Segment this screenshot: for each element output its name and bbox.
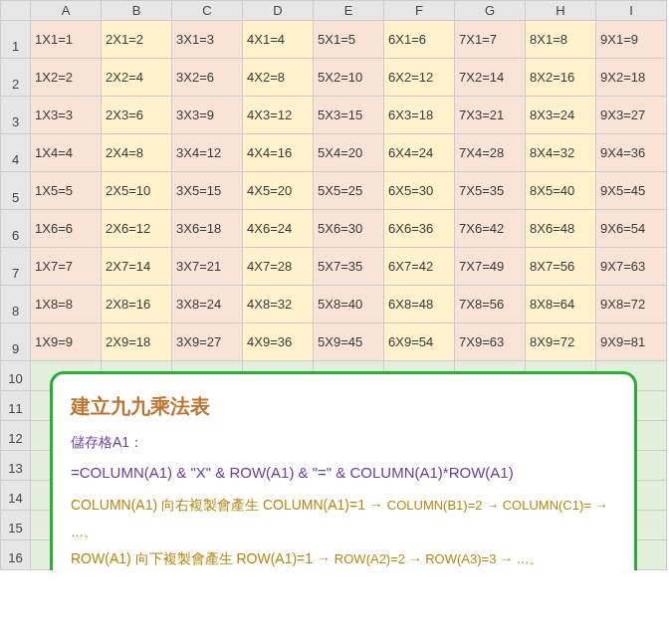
cell-F4[interactable]: 6X4=24	[384, 134, 455, 172]
cell-C7[interactable]: 3X7=21	[172, 248, 243, 286]
cell-D2[interactable]: 4X2=8	[243, 59, 314, 97]
cell-E8[interactable]: 5X8=40	[314, 286, 384, 323]
cell-B9[interactable]: 2X9=18	[102, 323, 172, 361]
cell-H9[interactable]: 8X9=72	[526, 323, 596, 361]
cell-G5[interactable]: 7X5=35	[455, 172, 526, 210]
cell-G1[interactable]: 7X1=7	[455, 21, 526, 59]
col-header-D[interactable]: D	[243, 1, 314, 21]
col-header-E[interactable]: E	[314, 1, 384, 21]
cell-B3[interactable]: 2X3=6	[102, 97, 172, 134]
cell-C2[interactable]: 3X2=6	[172, 59, 243, 97]
cell-H1[interactable]: 8X1=8	[526, 21, 596, 59]
cell-I8[interactable]: 9X8=72	[596, 286, 667, 323]
row-header-15[interactable]: 15	[1, 511, 31, 540]
cell-D6[interactable]: 4X6=24	[243, 210, 314, 248]
cell-I7[interactable]: 9X7=63	[596, 248, 667, 286]
row-header-6[interactable]: 6	[1, 210, 31, 248]
cell-F7[interactable]: 6X7=42	[384, 248, 455, 286]
cell-B6[interactable]: 2X6=12	[102, 210, 172, 248]
cell-G8[interactable]: 7X8=56	[455, 286, 526, 323]
cell-G9[interactable]: 7X9=63	[455, 323, 526, 361]
row-header-11[interactable]: 11	[1, 391, 31, 421]
col-header-C[interactable]: C	[172, 1, 243, 21]
cell-A1[interactable]: 1X1=1	[31, 21, 102, 59]
cell-I2[interactable]: 9X2=18	[596, 59, 667, 97]
cell-F2[interactable]: 6X2=12	[384, 59, 455, 97]
cell-I9[interactable]: 9X9=81	[596, 323, 667, 361]
cell-D8[interactable]: 4X8=32	[243, 286, 314, 323]
cell-A8[interactable]: 1X8=8	[31, 286, 102, 323]
cell-H2[interactable]: 8X2=16	[526, 59, 596, 97]
col-header-G[interactable]: G	[455, 1, 526, 21]
cell-H5[interactable]: 8X5=40	[526, 172, 596, 210]
cell-D1[interactable]: 4X1=4	[243, 21, 314, 59]
col-header-F[interactable]: F	[384, 1, 455, 21]
cell-E6[interactable]: 5X6=30	[314, 210, 384, 248]
cell-A3[interactable]: 1X3=3	[31, 97, 102, 134]
cell-B1[interactable]: 2X1=2	[102, 21, 172, 59]
row-header-1[interactable]: 1	[1, 21, 31, 59]
col-header-A[interactable]: A	[31, 1, 102, 21]
cell-B8[interactable]: 2X8=16	[102, 286, 172, 323]
cell-D5[interactable]: 4X5=20	[243, 172, 314, 210]
cell-E7[interactable]: 5X7=35	[314, 248, 384, 286]
cell-F8[interactable]: 6X8=48	[384, 286, 455, 323]
row-header-13[interactable]: 13	[1, 451, 31, 481]
row-header-5[interactable]: 5	[1, 172, 31, 210]
row-header-10[interactable]: 10	[1, 361, 31, 391]
cell-F9[interactable]: 6X9=54	[384, 323, 455, 361]
cell-I4[interactable]: 9X4=36	[596, 134, 667, 172]
cell-A4[interactable]: 1X4=4	[31, 134, 102, 172]
cell-B5[interactable]: 2X5=10	[102, 172, 172, 210]
cell-E3[interactable]: 5X3=15	[314, 97, 384, 134]
cell-D4[interactable]: 4X4=16	[243, 134, 314, 172]
row-header-4[interactable]: 4	[1, 134, 31, 172]
cell-A6[interactable]: 1X6=6	[31, 210, 102, 248]
cell-E2[interactable]: 5X2=10	[314, 59, 384, 97]
row-header-3[interactable]: 3	[1, 97, 31, 134]
cell-C4[interactable]: 3X4=12	[172, 134, 243, 172]
cell-A5[interactable]: 1X5=5	[31, 172, 102, 210]
cell-C3[interactable]: 3X3=9	[172, 97, 243, 134]
cell-H4[interactable]: 8X4=32	[526, 134, 596, 172]
cell-D3[interactable]: 4X3=12	[243, 97, 314, 134]
cell-A7[interactable]: 1X7=7	[31, 248, 102, 286]
cell-C8[interactable]: 3X8=24	[172, 286, 243, 323]
cell-A9[interactable]: 1X9=9	[31, 323, 102, 361]
cell-F6[interactable]: 6X6=36	[384, 210, 455, 248]
cell-H7[interactable]: 8X7=56	[526, 248, 596, 286]
cell-H3[interactable]: 8X3=24	[526, 97, 596, 134]
cell-G3[interactable]: 7X3=21	[455, 97, 526, 134]
cell-F5[interactable]: 6X5=30	[384, 172, 455, 210]
cell-I6[interactable]: 9X6=54	[596, 210, 667, 248]
col-header-I[interactable]: I	[596, 1, 667, 21]
row-header-8[interactable]: 8	[1, 286, 31, 323]
cell-H8[interactable]: 8X8=64	[526, 286, 596, 323]
cell-C5[interactable]: 3X5=15	[172, 172, 243, 210]
cell-A2[interactable]: 1X2=2	[31, 59, 102, 97]
cell-D9[interactable]: 4X9=36	[243, 323, 314, 361]
cell-F3[interactable]: 6X3=18	[384, 97, 455, 134]
cell-E9[interactable]: 5X9=45	[314, 323, 384, 361]
cell-E1[interactable]: 5X1=5	[314, 21, 384, 59]
cell-F1[interactable]: 6X1=6	[384, 21, 455, 59]
cell-G4[interactable]: 7X4=28	[455, 134, 526, 172]
cell-E5[interactable]: 5X5=25	[314, 172, 384, 210]
row-header-14[interactable]: 14	[1, 481, 31, 511]
cell-I3[interactable]: 9X3=27	[596, 97, 667, 134]
cell-G7[interactable]: 7X7=49	[455, 248, 526, 286]
row-header-9[interactable]: 9	[1, 323, 31, 361]
cell-H6[interactable]: 8X6=48	[526, 210, 596, 248]
cell-B7[interactable]: 2X7=14	[102, 248, 172, 286]
row-header-12[interactable]: 12	[1, 421, 31, 451]
row-header-7[interactable]: 7	[1, 248, 31, 286]
cell-B4[interactable]: 2X4=8	[102, 134, 172, 172]
col-header-B[interactable]: B	[102, 1, 172, 21]
cell-I1[interactable]: 9X1=9	[596, 21, 667, 59]
cell-B2[interactable]: 2X2=4	[102, 59, 172, 97]
select-all-corner[interactable]	[1, 1, 31, 21]
cell-C1[interactable]: 3X1=3	[172, 21, 243, 59]
cell-D7[interactable]: 4X7=28	[243, 248, 314, 286]
cell-I5[interactable]: 9X5=45	[596, 172, 667, 210]
cell-G2[interactable]: 7X2=14	[455, 59, 526, 97]
